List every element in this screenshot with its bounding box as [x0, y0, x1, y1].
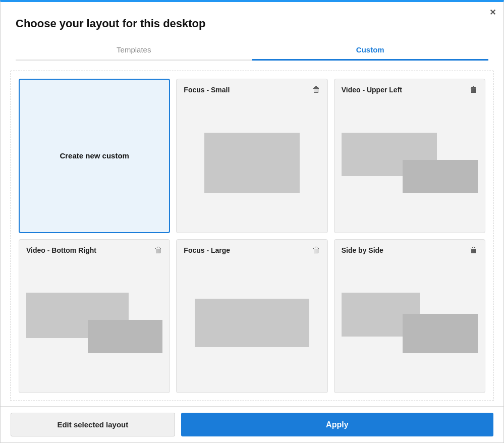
layout-grid-container: Create new custom Focus - Small 🗑 Video …	[1, 61, 503, 406]
video-bottom-right-visual	[26, 293, 162, 353]
edit-layout-button[interactable]: Edit selected layout	[11, 413, 175, 436]
sbs-right-pane	[403, 314, 478, 353]
layout-grid: Create new custom Focus - Small 🗑 Video …	[11, 71, 493, 401]
card-title-video-upper-left: Video - Upper Left	[342, 86, 402, 94]
card-title-video-bottom-right: Video - Bottom Right	[26, 246, 96, 254]
apply-button[interactable]: Apply	[181, 413, 493, 436]
delete-focus-large-icon[interactable]: 🗑	[312, 246, 320, 255]
preview-side-by-side	[342, 260, 478, 387]
preview-focus-small	[184, 99, 320, 227]
dialog-header: Choose your layout for this desktop Temp…	[1, 2, 503, 61]
create-new-label: Create new custom	[60, 151, 129, 160]
focus-small-visual	[184, 133, 320, 193]
layout-card-create-new[interactable]: Create new custom	[19, 79, 170, 233]
card-title-focus-small: Focus - Small	[184, 86, 230, 94]
side-by-side-visual	[342, 293, 478, 353]
video-upper-left-visual	[342, 133, 478, 193]
delete-video-bottom-right-icon[interactable]: 🗑	[154, 246, 162, 255]
layout-card-side-by-side[interactable]: Side by Side 🗑	[334, 239, 485, 394]
dialog-footer: Edit selected layout Apply	[1, 406, 503, 442]
card-header-focus-large: Focus - Large 🗑	[184, 246, 320, 255]
preview-video-upper-left	[342, 99, 478, 227]
layout-card-focus-small[interactable]: Focus - Small 🗑	[176, 79, 327, 233]
card-title-focus-large: Focus - Large	[184, 246, 230, 254]
tab-custom[interactable]: Custom	[252, 40, 489, 61]
tab-bar: Templates Custom	[16, 40, 488, 61]
delete-focus-small-icon[interactable]: 🗑	[312, 85, 320, 94]
preview-focus-large	[184, 260, 320, 387]
layout-card-video-upper-left[interactable]: Video - Upper Left 🗑	[334, 79, 485, 233]
card-header-video-upper-left: Video - Upper Left 🗑	[342, 85, 478, 94]
layout-card-video-bottom-right[interactable]: Video - Bottom Right 🗑	[19, 239, 170, 394]
focus-small-main-pane	[204, 133, 300, 193]
close-button[interactable]: ✕	[486, 6, 498, 18]
dialog-title: Choose your layout for this desktop	[16, 17, 488, 30]
layout-card-focus-large[interactable]: Focus - Large 🗑	[176, 239, 327, 394]
vbr-secondary-pane	[88, 320, 163, 353]
focus-large-visual	[184, 293, 320, 353]
card-header-side-by-side: Side by Side 🗑	[342, 246, 478, 255]
fl-main-pane	[195, 299, 309, 347]
delete-video-upper-left-icon[interactable]: 🗑	[470, 85, 478, 94]
card-header-video-bottom-right: Video - Bottom Right 🗑	[26, 246, 162, 255]
layout-dialog: ✕ Choose your layout for this desktop Te…	[0, 0, 504, 443]
delete-side-by-side-icon[interactable]: 🗑	[470, 246, 478, 255]
preview-video-bottom-right	[26, 260, 162, 387]
card-header-focus-small: Focus - Small 🗑	[184, 85, 320, 94]
tab-templates[interactable]: Templates	[16, 40, 252, 61]
card-title-side-by-side: Side by Side	[342, 246, 383, 254]
vul-secondary-pane	[403, 160, 478, 193]
